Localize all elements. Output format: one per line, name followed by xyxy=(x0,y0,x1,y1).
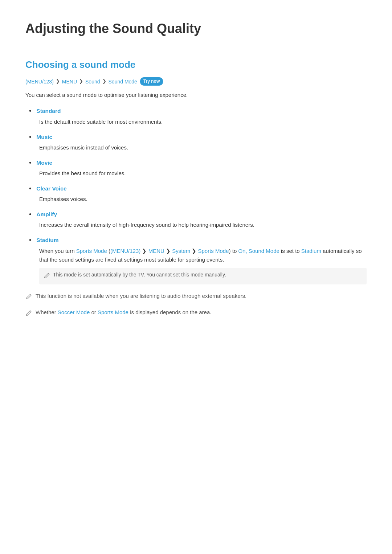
sep: ❯ xyxy=(192,248,196,254)
soccer-mode-link: Soccer Mode xyxy=(58,309,90,315)
pencil-icon xyxy=(25,309,32,319)
item-desc-amplify: Increases the overall intensity of high-… xyxy=(39,221,367,229)
bullet-dot: • xyxy=(29,236,31,245)
on-sound-mode-link: On, Sound Mode xyxy=(238,248,279,254)
bullet-dot: • xyxy=(29,184,31,193)
item-desc-movie: Provides the best sound for movies. xyxy=(39,169,367,178)
pencil-icon xyxy=(44,271,50,282)
list-item-movie: • Movie Provides the best sound for movi… xyxy=(25,159,367,178)
item-name-music: Music xyxy=(36,133,52,142)
bullet-dot: • xyxy=(29,133,31,142)
list-item-standard: • Standard Is the default mode suitable … xyxy=(25,107,367,126)
section-title: Choosing a sound mode xyxy=(25,57,367,73)
item-name-clear-voice: Clear Voice xyxy=(36,184,66,193)
item-desc-clear-voice: Emphasises voices. xyxy=(39,195,367,204)
breadcrumb-sep2: ❯ xyxy=(79,78,83,85)
breadcrumb: (MENU/123) ❯ MENU ❯ Sound ❯ Sound Mode T… xyxy=(25,77,367,86)
stadium-link: Stadium xyxy=(301,248,321,254)
page-title: Adjusting the Sound Quality xyxy=(25,18,367,43)
sound-modes-list: • Standard Is the default mode suitable … xyxy=(25,107,367,284)
sep: ❯ xyxy=(142,248,147,254)
sep: ❯ xyxy=(166,248,171,254)
sports-mode-link1: Sports Mode xyxy=(76,248,107,254)
breadcrumb-sep3: ❯ xyxy=(102,78,106,85)
menu123-link: (MENU/123) xyxy=(110,248,140,254)
outer-note-2: Whether Soccer Mode or Sports Mode is di… xyxy=(25,308,367,319)
item-desc-music: Emphasises music instead of voices. xyxy=(39,143,367,152)
list-item-clear-voice: • Clear Voice Emphasises voices. xyxy=(25,184,367,204)
breadcrumb-menu123: (MENU/123) xyxy=(25,78,54,86)
sports-mode-link2: Sports Mode xyxy=(198,248,229,254)
item-name-movie: Movie xyxy=(36,159,52,168)
outer-note-1: This function is not available when you … xyxy=(25,292,367,303)
item-name-stadium: Stadium xyxy=(36,236,58,245)
breadcrumb-sound-mode: Sound Mode xyxy=(109,78,137,86)
list-item-music: • Music Emphasises music instead of voic… xyxy=(25,133,367,152)
try-now-badge[interactable]: Try now xyxy=(140,77,163,86)
stadium-note-text: This mode is set automatically by the TV… xyxy=(53,271,226,279)
outer-note-text-1: This function is not available when you … xyxy=(36,292,246,300)
stadium-note-box: This mode is set automatically by the TV… xyxy=(39,268,367,285)
outer-note-text-2: Whether Soccer Mode or Sports Mode is di… xyxy=(36,308,211,317)
intro-text: You can select a sound mode to optimise … xyxy=(25,91,367,99)
breadcrumb-menu: MENU xyxy=(62,78,77,86)
item-name-standard: Standard xyxy=(36,107,61,116)
list-item-stadium: • Stadium When you turn Sports Mode ((ME… xyxy=(25,236,367,284)
item-desc-stadium: When you turn Sports Mode ((MENU/123) ❯ … xyxy=(39,247,367,264)
bullet-dot: • xyxy=(29,107,31,116)
item-desc-standard: Is the default mode suitable for most en… xyxy=(39,118,367,126)
breadcrumb-sep1: ❯ xyxy=(56,78,60,85)
list-item-amplify: • Amplify Increases the overall intensit… xyxy=(25,210,367,229)
bullet-dot: • xyxy=(29,210,31,219)
menu-link: MENU xyxy=(148,248,164,254)
sports-mode-link3: Sports Mode xyxy=(98,309,128,315)
breadcrumb-sound: Sound xyxy=(85,78,100,86)
bullet-dot: • xyxy=(29,159,31,168)
item-name-amplify: Amplify xyxy=(36,210,57,219)
system-link: System xyxy=(172,248,190,254)
pencil-icon xyxy=(25,292,32,303)
